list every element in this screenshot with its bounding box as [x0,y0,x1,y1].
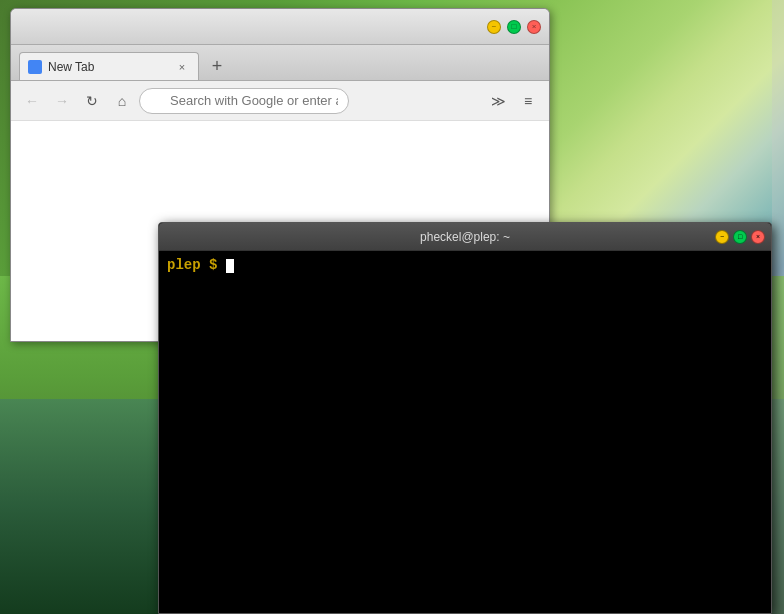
extensions-icon: ≫ [491,93,506,109]
terminal-titlebar: pheckel@plep: ~ − □ × [159,223,771,251]
terminal-title: pheckel@plep: ~ [420,230,510,244]
terminal-window: pheckel@plep: ~ − □ × plep $ [158,222,772,614]
forward-button[interactable]: → [49,88,75,114]
tab-title: New Tab [48,60,168,74]
menu-icon: ≡ [524,93,532,109]
address-bar-wrapper: 🔍 [139,88,481,114]
terminal-line: plep $ [167,257,763,273]
terminal-maximize-button[interactable]: □ [733,230,747,244]
menu-button[interactable]: ≡ [515,88,541,114]
browser-window-controls: − □ × [487,20,541,34]
terminal-minimize-button[interactable]: − [715,230,729,244]
back-icon: ← [25,93,39,109]
terminal-prompt: plep $ [167,257,217,273]
reload-icon: ↻ [86,93,98,109]
browser-maximize-button[interactable]: □ [507,20,521,34]
browser-titlebar: − □ × [11,9,549,45]
terminal-window-controls: − □ × [715,230,765,244]
address-input[interactable] [139,88,349,114]
browser-close-button[interactable]: × [527,20,541,34]
active-tab[interactable]: New Tab × [19,52,199,80]
home-button[interactable]: ⌂ [109,88,135,114]
home-icon: ⌂ [118,93,126,109]
tab-close-button[interactable]: × [174,59,190,75]
desktop: − □ × New Tab × + ← → ↻ [0,0,784,614]
browser-minimize-button[interactable]: − [487,20,501,34]
tab-bar: New Tab × + [11,45,549,81]
extensions-button[interactable]: ≫ [485,88,511,114]
nav-bar: ← → ↻ ⌂ 🔍 ≫ ≡ [11,81,549,121]
desktop-scrollbar[interactable] [772,0,784,614]
tab-favicon [28,60,42,74]
terminal-close-button[interactable]: × [751,230,765,244]
reload-button[interactable]: ↻ [79,88,105,114]
back-button[interactable]: ← [19,88,45,114]
terminal-content[interactable]: plep $ [159,251,771,613]
new-tab-button[interactable]: + [203,52,231,80]
forward-icon: → [55,93,69,109]
terminal-cursor [226,259,234,273]
